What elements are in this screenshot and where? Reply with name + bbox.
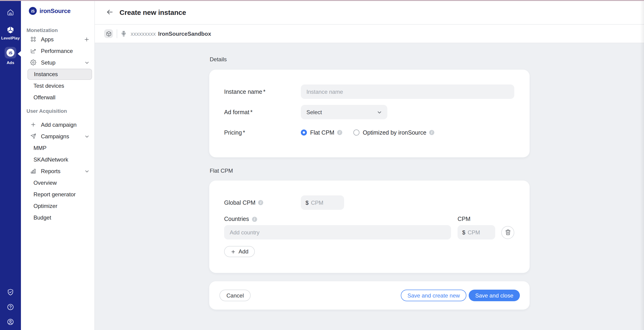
rocket-icon: [30, 133, 36, 139]
sidebar-item-skadnetwork[interactable]: SKAdNetwork: [21, 154, 94, 165]
cancel-button[interactable]: Cancel: [220, 290, 251, 301]
global-cpm-input[interactable]: $: [301, 195, 344, 210]
sidebar-item-report-generator[interactable]: Report generator: [21, 188, 94, 200]
sidebar-item-add-campaign[interactable]: Add campaign: [21, 119, 94, 130]
ad-format-select-value: Select: [306, 109, 322, 115]
page-header: Create new instance: [95, 0, 644, 25]
sidebar: iS ironSource Monetization Apps Performa…: [21, 0, 95, 330]
info-icon[interactable]: i: [429, 130, 434, 135]
pricing-label: Pricing*: [224, 129, 301, 136]
add-country-input[interactable]: [224, 225, 451, 239]
sidebar-item-budget[interactable]: Budget: [21, 212, 94, 223]
sidebar-item-instances[interactable]: Instances: [28, 69, 92, 80]
section-label-details: Details: [210, 56, 530, 63]
plus-icon: [30, 122, 36, 128]
window-top-border: [0, 0, 644, 1]
account-icon[interactable]: [7, 319, 14, 325]
ironsource-logo[interactable]: iS ironSource: [21, 0, 94, 22]
sidebar-item-label: Add campaign: [41, 121, 76, 128]
instance-name-field[interactable]: [306, 88, 509, 95]
privacy-shield-icon[interactable]: [7, 289, 14, 296]
info-icon[interactable]: i: [258, 200, 264, 205]
page-title: Create new instance: [120, 8, 186, 16]
add-country-row-button[interactable]: Add: [224, 246, 255, 257]
app-placeholder-icon: [104, 29, 113, 38]
pricing-option-flat-cpm[interactable]: Flat CPM i: [301, 129, 342, 136]
sidebar-item-reports[interactable]: Reports: [21, 165, 94, 177]
ironsource-logo-icon: iS: [29, 7, 37, 15]
sidebar-item-performance[interactable]: Performance: [21, 45, 94, 57]
save-and-close-button[interactable]: Save and close: [469, 290, 520, 301]
ad-format-select[interactable]: Select: [301, 105, 387, 119]
instance-name-row: Instance name*: [224, 84, 514, 99]
pricing-option-optimized[interactable]: Optimized by ironSource i: [354, 129, 434, 136]
details-card: Instance name* Ad format* Select: [209, 70, 530, 157]
instance-name-input[interactable]: [301, 84, 514, 99]
section-label-flat-cpm: Flat CPM: [210, 167, 530, 174]
app-name: IronSourceSandbox: [158, 30, 211, 37]
help-icon[interactable]: [7, 304, 14, 311]
instance-name-label: Instance name*: [224, 88, 301, 95]
add-app-button[interactable]: [84, 36, 90, 42]
save-and-create-new-button[interactable]: Save and create new: [401, 290, 466, 301]
sidebar-item-setup[interactable]: Setup: [21, 57, 94, 68]
sidebar-item-mmp[interactable]: MMP: [21, 142, 94, 154]
back-button[interactable]: [104, 6, 115, 18]
plus-icon: [231, 249, 236, 254]
ironsource-ads-icon: iS: [5, 47, 16, 58]
sidebar-item-offerwall[interactable]: Offerwall: [21, 91, 94, 103]
app-context-bar: xxxxxxxxx IronSourceSandbox: [95, 25, 644, 43]
cpm-column-label: CPM: [458, 216, 470, 222]
chevron-down-icon: [84, 168, 90, 174]
performance-chart-icon: [30, 48, 36, 54]
nav-section-monetization: Monetization: [21, 27, 94, 33]
radio-selected-icon[interactable]: [301, 130, 307, 136]
ad-format-label: Ad format*: [224, 109, 301, 115]
app-rail: LevelPlay iS Ads: [0, 0, 21, 330]
android-platform-icon: [120, 30, 127, 37]
apps-grid-icon: [30, 36, 36, 42]
global-cpm-field[interactable]: [311, 199, 340, 206]
add-country-field[interactable]: [230, 229, 446, 236]
radio-unselected-icon[interactable]: [354, 130, 360, 136]
bar-chart-icon: [30, 168, 36, 174]
delete-row-button[interactable]: [501, 226, 514, 239]
chevron-down-icon: [84, 60, 90, 65]
countries-header-row: Countries i CPM: [224, 216, 514, 222]
sidebar-item-apps[interactable]: Apps: [21, 33, 94, 45]
selected-app-notch: [18, 51, 21, 57]
unity-levelplay-icon: [6, 26, 14, 34]
sidebar-item-label: Reports: [41, 168, 60, 174]
scrollbar-track: [640, 0, 644, 330]
ironsource-logo-text: ironSource: [40, 7, 70, 14]
rail-app-levelplay[interactable]: LevelPlay: [0, 26, 21, 40]
rail-app-label: Ads: [7, 60, 14, 65]
country-cpm-row: $: [224, 225, 514, 239]
countries-label: Countries i: [224, 216, 458, 222]
app-window: LevelPlay iS Ads iS ironSource Monetizat…: [0, 0, 644, 330]
sidebar-item-label: Setup: [41, 59, 56, 66]
nav-section-user-acquisition: User Acquisition: [21, 108, 94, 114]
info-icon[interactable]: i: [337, 130, 342, 135]
trash-icon: [505, 229, 511, 235]
sidebar-item-overview[interactable]: Overview: [21, 177, 94, 188]
chevron-down-icon: [377, 109, 382, 115]
currency-symbol: $: [306, 199, 308, 206]
divider: [117, 29, 117, 38]
page-content: Details Instance name* Ad format*: [95, 43, 644, 330]
global-cpm-row: Global CPM i $: [224, 195, 514, 210]
main-area: Create new instance xxxxxxxxx IronSource…: [95, 0, 644, 330]
sidebar-item-campaigns[interactable]: Campaigns: [21, 130, 94, 142]
sidebar-item-optimizer[interactable]: Optimizer: [21, 200, 94, 212]
home-icon[interactable]: [7, 9, 14, 16]
pricing-row: Pricing* Flat CPM i Optimized by ironSou…: [224, 125, 514, 140]
rail-app-label: LevelPlay: [1, 36, 20, 40]
country-cpm-field[interactable]: [468, 229, 490, 236]
chevron-down-icon: [84, 134, 90, 139]
info-icon[interactable]: i: [252, 216, 257, 222]
sidebar-item-test-devices[interactable]: Test devices: [21, 80, 94, 91]
country-cpm-input[interactable]: $: [458, 225, 495, 239]
pricing-radio-group: Flat CPM i Optimized by ironSource i: [301, 129, 434, 136]
save-buttons-group: Save and create new Save and close: [401, 290, 520, 301]
form-actions-bar: Cancel Save and create new Save and clos…: [209, 281, 530, 310]
